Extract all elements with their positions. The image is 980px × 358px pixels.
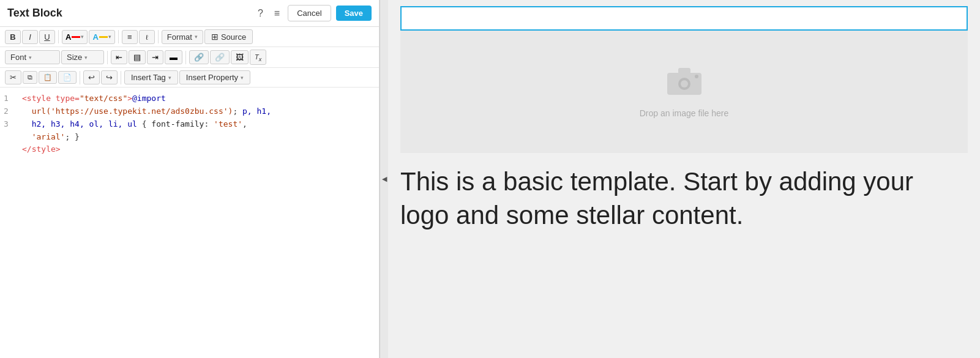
code-line-4: 'arial'; } bbox=[22, 131, 372, 144]
divider-1 bbox=[58, 30, 59, 43]
image-button[interactable]: 🖼 bbox=[231, 50, 249, 64]
align-justify-icon: ▬ bbox=[170, 53, 178, 62]
format-label: Format bbox=[167, 32, 192, 42]
save-button[interactable]: Save bbox=[336, 6, 372, 21]
bold-button[interactable]: B bbox=[5, 30, 21, 44]
undo-button[interactable]: ↩ bbox=[83, 70, 100, 84]
list-ul-button[interactable]: ≡ bbox=[122, 30, 138, 44]
header-bar: Text Block ? ≡ Cancel Save bbox=[0, 0, 379, 27]
insert-tag-arrow: ▾ bbox=[168, 75, 171, 81]
bg-color-label: A bbox=[92, 32, 98, 42]
align-right-icon: ⇥ bbox=[152, 53, 159, 62]
left-panel: Text Block ? ≡ Cancel Save B I U A ▾ A ▾… bbox=[0, 0, 380, 358]
format-dropdown[interactable]: Format ▾ bbox=[162, 30, 203, 44]
source-button[interactable]: ⊞ Source bbox=[204, 29, 253, 44]
selected-block-bar[interactable] bbox=[400, 6, 968, 31]
font-dropdown[interactable]: Font ▾ bbox=[5, 50, 60, 64]
size-dropdown[interactable]: Size ▾ bbox=[61, 50, 104, 64]
list-ol-icon: ℓ bbox=[146, 34, 148, 41]
unlink-icon: 🔗 bbox=[215, 53, 225, 62]
code-line-1: <style type="text/css">@import bbox=[22, 92, 372, 105]
divider-2 bbox=[118, 30, 119, 43]
bg-color-bar bbox=[99, 36, 108, 38]
unlink-button[interactable]: 🔗 bbox=[210, 50, 230, 64]
paste-button[interactable]: 📋 bbox=[39, 71, 57, 84]
insert-tag-button[interactable]: Insert Tag ▾ bbox=[124, 70, 178, 84]
font-label: Font bbox=[10, 53, 26, 62]
redo-button[interactable]: ↪ bbox=[101, 70, 118, 84]
bg-color-button[interactable]: A ▾ bbox=[89, 30, 114, 44]
toolbar-row-3: ✂ ⧉ 📋 📄 ↩ ↪ Insert Tag ▾ Insert Property… bbox=[0, 68, 379, 88]
clear-format-button[interactable]: Tx bbox=[250, 50, 266, 65]
text-color-arrow: ▾ bbox=[81, 34, 84, 40]
help-button[interactable]: ? bbox=[255, 7, 266, 20]
copy-button[interactable]: ⧉ bbox=[23, 71, 37, 84]
insert-property-button[interactable]: Insert Property ▾ bbox=[179, 70, 250, 84]
right-panel: Drop an image file here This is a basic … bbox=[388, 0, 980, 358]
menu-button[interactable]: ≡ bbox=[271, 7, 283, 20]
collapse-arrow: ◀ bbox=[382, 175, 387, 183]
divider-4 bbox=[107, 51, 108, 64]
link-icon: 🔗 bbox=[194, 53, 204, 62]
size-label: Size bbox=[67, 53, 82, 62]
align-center-button[interactable]: ▤ bbox=[129, 50, 146, 64]
insert-tag-label: Insert Tag bbox=[131, 73, 166, 82]
template-text: This is a basic template. Start by addin… bbox=[400, 165, 968, 232]
divider-6 bbox=[80, 71, 80, 84]
font-arrow: ▾ bbox=[29, 54, 32, 61]
svg-point-4 bbox=[695, 75, 698, 78]
code-line-5: </style> bbox=[22, 143, 372, 156]
italic-button[interactable]: I bbox=[22, 30, 38, 44]
code-line-2: url('https://use.typekit.net/ads0zbu.css… bbox=[22, 105, 372, 118]
code-content: <style type="text/css">@import url('http… bbox=[22, 92, 372, 156]
source-icon: ⊞ bbox=[211, 32, 219, 42]
insert-property-label: Insert Property bbox=[186, 73, 238, 82]
camera-icon bbox=[666, 65, 703, 103]
insert-property-arrow: ▾ bbox=[241, 75, 244, 81]
align-left-button[interactable]: ⇤ bbox=[111, 50, 127, 64]
cut-button[interactable]: ✂ bbox=[5, 70, 21, 84]
image-icon: 🖼 bbox=[236, 53, 244, 62]
svg-rect-3 bbox=[678, 68, 690, 74]
clear-format-icon: Tx bbox=[255, 53, 261, 61]
svg-point-2 bbox=[681, 80, 688, 88]
size-arrow: ▾ bbox=[84, 54, 88, 61]
paste-text-button[interactable]: 📄 bbox=[58, 71, 77, 84]
line-numbers: 1 2 3 bbox=[0, 88, 12, 135]
toolbar-row-1: B I U A ▾ A ▾ ≡ ℓ Format ▾ ⊞ Source bbox=[0, 27, 379, 47]
divider-3 bbox=[158, 30, 159, 43]
divider-5 bbox=[185, 51, 186, 64]
drop-text: Drop an image file here bbox=[640, 108, 729, 118]
format-arrow: ▾ bbox=[195, 34, 198, 40]
collapse-handle[interactable]: ◀ bbox=[380, 0, 388, 358]
link-button[interactable]: 🔗 bbox=[189, 50, 209, 64]
code-line-3: h2, h3, h4, ol, li, ul { font-family: 't… bbox=[22, 118, 372, 131]
text-color-bar bbox=[72, 36, 80, 38]
list-ul-icon: ≡ bbox=[127, 32, 132, 42]
align-left-icon: ⇤ bbox=[116, 53, 122, 62]
text-color-label: A bbox=[65, 32, 71, 42]
align-center-icon: ▤ bbox=[133, 53, 141, 62]
align-right-button[interactable]: ⇥ bbox=[147, 50, 163, 64]
bg-color-arrow: ▾ bbox=[108, 34, 111, 40]
underline-button[interactable]: U bbox=[39, 30, 55, 44]
cancel-button[interactable]: Cancel bbox=[288, 5, 331, 21]
align-justify-button[interactable]: ▬ bbox=[165, 50, 182, 64]
list-ol-button[interactable]: ℓ bbox=[139, 30, 155, 44]
panel-title: Text Block bbox=[7, 7, 250, 20]
image-drop-zone[interactable]: Drop an image file here bbox=[400, 31, 968, 153]
text-color-button[interactable]: A ▾ bbox=[62, 30, 88, 44]
code-editor[interactable]: 1 2 3 <style type="text/css">@import url… bbox=[0, 88, 379, 358]
divider-7 bbox=[121, 71, 121, 84]
source-label: Source bbox=[221, 32, 246, 42]
toolbar-row-2: Font ▾ Size ▾ ⇤ ▤ ⇥ ▬ 🔗 🔗 🖼 Tx bbox=[0, 47, 379, 68]
